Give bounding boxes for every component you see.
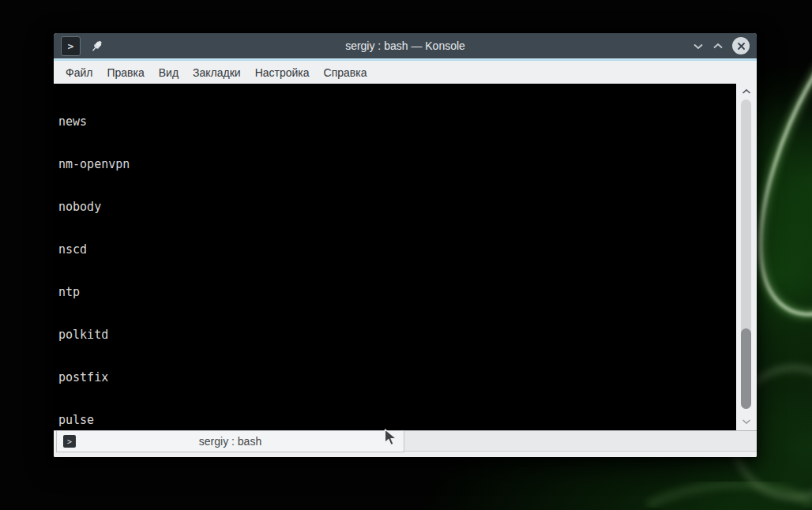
terminal-line: postfix [58,370,736,384]
terminal-line: ntp [58,285,736,299]
terminal-tab-icon: > [63,435,76,448]
close-icon [737,42,746,51]
pin-icon [90,39,103,53]
terminal-line: nm-openvpn [58,157,736,171]
titlebar[interactable]: > sergiy : bash — Konsole [54,33,757,58]
mouse-cursor [384,429,401,447]
menu-item-help[interactable]: Справка [317,63,374,82]
tab-sergiy-bash[interactable]: > sergiy : bash [56,430,404,452]
terminal-line: nscd [58,242,736,257]
terminal-line: polkitd [58,328,736,342]
menu-item-edit[interactable]: Правка [100,63,151,82]
terminal-line: nobody [58,200,736,214]
chevron-up-icon [712,43,724,50]
menu-item-settings[interactable]: Настройка [248,63,317,82]
konsole-app-icon[interactable]: > [61,36,81,56]
menu-item-bookmarks[interactable]: Закладки [186,63,248,82]
menu-item-file[interactable]: Файл [58,63,100,82]
window-controls [693,37,750,54]
desktop-wallpaper: > sergiy : bash — Konsole [0,0,812,510]
konsole-window: > sergiy : bash — Konsole [54,33,757,457]
scrollbar[interactable] [736,84,757,430]
chevron-down-icon [693,43,704,50]
tabbar: > sergiy : bash [54,430,757,457]
tab-label: sergiy : bash [57,435,404,448]
maximize-button[interactable] [712,43,724,50]
close-button[interactable] [732,37,750,54]
scrollbar-thumb[interactable] [741,328,751,409]
window-title: sergiy : bash — Konsole [54,39,757,52]
terminal-line: pulse [58,413,736,427]
terminal-view: news nm-openvpn nobody nscd ntp polkitd … [54,84,757,430]
terminal-line: news [58,114,736,129]
menu-item-view[interactable]: Вид [152,63,186,82]
scrollbar-down-icon[interactable] [742,418,752,425]
menubar: Файл Правка Вид Закладки Настройка Справ… [54,61,757,84]
terminal-output[interactable]: news nm-openvpn nobody nscd ntp polkitd … [54,84,736,430]
minimize-button[interactable] [693,43,704,50]
tabbar-empty-area [404,431,757,452]
pin-button[interactable] [90,39,103,53]
scrollbar-up-icon[interactable] [742,88,752,95]
